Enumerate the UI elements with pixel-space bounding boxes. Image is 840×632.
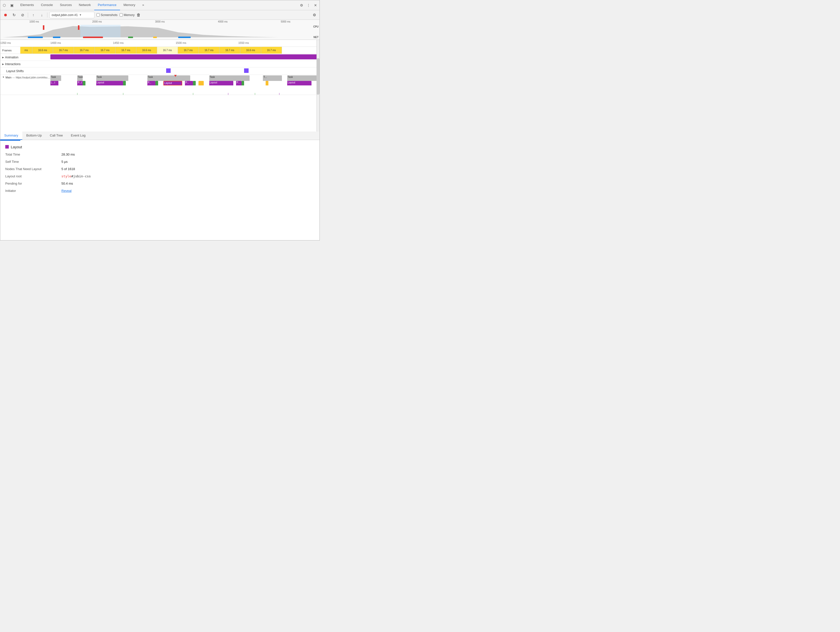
main-thread-expand-icon[interactable]: ▼ <box>2 76 5 79</box>
task-gray-1[interactable]: Task <box>51 76 61 81</box>
task-green-4[interactable] <box>193 81 196 85</box>
animation-bar[interactable] <box>51 54 319 59</box>
animation-track-content <box>51 54 319 61</box>
tab-memory[interactable]: Memory <box>120 0 139 10</box>
task-green-5[interactable] <box>242 81 244 85</box>
tab-event-log[interactable]: Event Log <box>67 131 90 140</box>
timeline-ruler: 1350 ms 1400 ms 1450 ms 1500 ms 1550 ms <box>0 40 319 47</box>
frame-cell-11[interactable]: 16.6 ms <box>240 47 261 54</box>
memory-label[interactable]: Memory <box>124 13 134 17</box>
task-green-2[interactable] <box>123 81 126 85</box>
tab-call-tree[interactable]: Call Tree <box>46 131 67 140</box>
task-green-1[interactable] <box>83 81 85 85</box>
summary-row-layout-root: Layout root style#jsbin-css <box>5 174 314 178</box>
tab-network[interactable]: Network <box>76 0 95 10</box>
cursor-icon[interactable]: ⬡ <box>1 2 7 8</box>
tab-sources[interactable]: Sources <box>56 0 76 10</box>
frame-cell-6[interactable]: 16.6 ms <box>136 47 157 54</box>
overview-area[interactable]: 1000 ms 2000 ms 3000 ms 4000 ms 5000 ms … <box>0 20 319 40</box>
layout-shift-2[interactable] <box>244 68 249 73</box>
url-selector[interactable]: output.jsbin.com #1 ▼ <box>49 12 95 18</box>
task-yellow-1[interactable] <box>199 81 204 85</box>
frame-cell-7[interactable]: 16.7 ms <box>157 47 178 54</box>
close-icon[interactable]: ✕ <box>313 2 319 8</box>
capture-settings-icon[interactable]: ⚙ <box>311 12 317 18</box>
clear-button[interactable]: 🗑 <box>137 13 141 17</box>
task-gray-2[interactable]: Task <box>77 76 82 81</box>
task-gray-4[interactable]: Task <box>147 76 191 81</box>
task-selected-layout[interactable]: Layout <box>163 81 182 85</box>
reload-button[interactable]: ↻ <box>11 12 17 18</box>
tab-elements[interactable]: Elements <box>17 0 37 10</box>
frame-cell-2[interactable]: 16.7 ms <box>53 47 74 54</box>
frame-cell-12[interactable]: 16.7 ms <box>261 47 282 54</box>
task-purple-layout1[interactable]: Layout <box>96 81 123 85</box>
record-button[interactable]: ⏺ <box>2 12 9 18</box>
time-label-1000: 1000 ms <box>3 20 66 23</box>
task-layout-3[interactable]: Layout <box>287 81 311 85</box>
frames-content: ms 16.6 ms 16.7 ms 16.7 ms 16.7 ms 16.7 … <box>20 47 319 54</box>
animation-expand-icon[interactable]: ▶ <box>2 56 4 58</box>
memory-checkbox[interactable] <box>120 13 123 17</box>
animation-track: ▶ Animation <box>0 54 319 61</box>
frame-cell-8[interactable]: 16.7 ms <box>178 47 199 54</box>
initiator-reveal-link[interactable]: Reveal <box>62 189 71 192</box>
task-purple-lt[interactable]: L...t <box>51 81 58 85</box>
frames-label: Frames <box>0 49 20 52</box>
screenshots-checkbox[interactable] <box>96 13 100 17</box>
settings-icon[interactable]: ⚙ <box>298 2 305 8</box>
upload-button[interactable]: ↑ <box>30 12 36 18</box>
tab-bottom-up[interactable]: Bottom-Up <box>22 131 46 140</box>
task-yellow-stripe[interactable] <box>265 81 268 85</box>
frame-cell-10[interactable]: 16.7 ms <box>219 47 240 54</box>
more-options-icon[interactable]: ⋮ <box>305 2 311 8</box>
svg-rect-8 <box>153 36 157 38</box>
frame-cell-4[interactable]: 16.7 ms <box>95 47 115 54</box>
summary-row-initiator: Initiator Reveal <box>5 189 314 192</box>
task-gray-7[interactable]: Task <box>287 76 317 81</box>
frame-cell-0[interactable]: ms <box>20 47 32 54</box>
task-gray-5[interactable]: Task <box>209 76 249 81</box>
animation-track-label[interactable]: ▶ Animation <box>0 54 51 61</box>
tick-line-6 <box>279 93 279 95</box>
screenshots-label[interactable]: Screenshots <box>101 13 117 17</box>
layout-shift-1[interactable] <box>166 68 171 73</box>
scrollbar-thumb[interactable] <box>316 58 319 95</box>
tab-more[interactable]: » <box>139 0 148 10</box>
tab-performance[interactable]: Performance <box>94 0 120 10</box>
frame-cell-9[interactable]: 16.7 ms <box>199 47 219 54</box>
tick-line-2 <box>123 93 123 95</box>
summary-row-self-time: Self Time 5 μs <box>5 160 314 164</box>
main-thread-content: Task L...t Task P...t Task Layout Task P… <box>51 75 319 95</box>
task-purple-p1[interactable]: P... <box>147 81 155 85</box>
ruler-1450: 1450 ms <box>113 41 123 44</box>
frame-cell-3[interactable]: 16.7 ms <box>74 47 95 54</box>
task-gray-3[interactable]: Task <box>96 76 129 81</box>
task-gray-6[interactable]: T... <box>263 76 282 81</box>
nodes-label: Nodes That Need Layout <box>5 167 55 171</box>
main-thread-label: ▼ Main — https://output.jsbin.com/elisum… <box>0 75 51 95</box>
tick-line-1 <box>77 93 77 95</box>
svg-rect-4 <box>28 36 43 38</box>
task-purple-pt[interactable]: P...t <box>77 81 82 85</box>
inspect-icon[interactable]: ▣ <box>9 2 15 8</box>
task-p3[interactable]: P... <box>236 81 241 85</box>
memory-checkbox-group: Memory <box>120 13 134 17</box>
summary-title-row: Layout <box>5 145 314 149</box>
tab-summary[interactable]: Summary <box>0 131 22 140</box>
task-layout-2[interactable]: Layout <box>209 81 234 85</box>
cpu-chart <box>3 25 314 37</box>
frames-row: Frames ms 16.6 ms 16.7 ms 16.7 ms 16.7 m… <box>0 47 319 54</box>
task-p2[interactable]: P... <box>185 81 193 85</box>
download-button[interactable]: ↓ <box>39 12 45 18</box>
time-label-4000: 4000 ms <box>191 20 254 23</box>
task-green-3[interactable] <box>155 81 158 85</box>
summary-title: Layout <box>11 145 22 149</box>
nodes-value: 5 of 1618 <box>62 167 75 171</box>
interactions-track-label[interactable]: ▶ Interactions <box>0 61 51 67</box>
tab-console[interactable]: Console <box>37 0 56 10</box>
frame-cell-5[interactable]: 16.7 ms <box>115 47 136 54</box>
frame-cell-1[interactable]: 16.6 ms <box>32 47 53 54</box>
stop-button[interactable]: ⊘ <box>19 12 26 18</box>
interactions-expand-icon[interactable]: ▶ <box>2 63 4 65</box>
